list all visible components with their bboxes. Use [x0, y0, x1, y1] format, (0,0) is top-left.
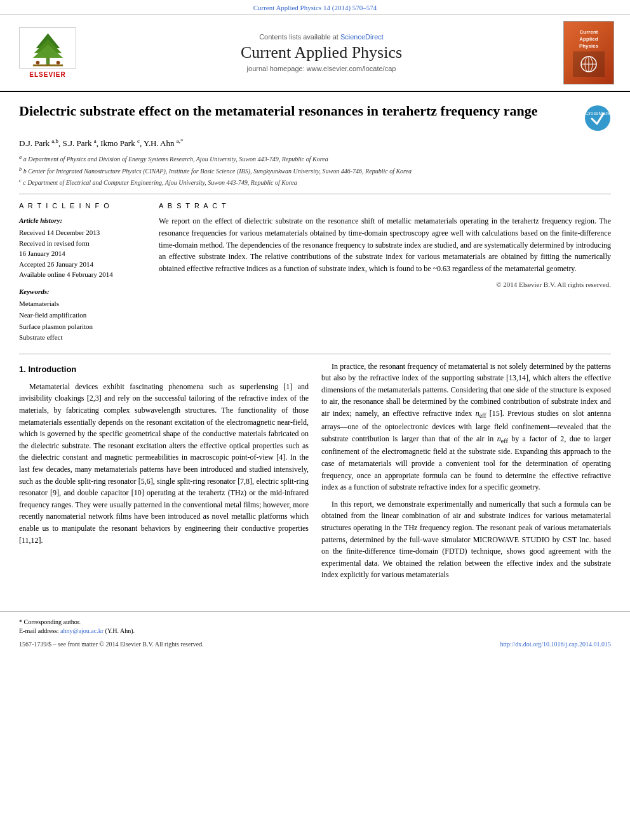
right-col: In practice, the resonant frequency of m… — [321, 361, 611, 586]
page-container: Current Applied Physics 14 (2014) 570–57… — [0, 0, 630, 654]
svg-point-12 — [585, 105, 610, 131]
elsevier-tree-box — [19, 27, 76, 69]
abstract-text: We report on the effect of dielectric su… — [159, 215, 611, 274]
journal-title-header: Current Applied Physics — [241, 43, 402, 62]
elsevier-tree-icon — [21, 29, 75, 67]
authors-line: D.J. Park a,b, S.J. Park a, Ikmo Park c,… — [19, 138, 611, 149]
keyword-2: Near-field amplification — [19, 310, 146, 321]
svg-text:CrossMark: CrossMark — [586, 110, 611, 116]
article-body: Dielectric substrate effect on the metam… — [0, 92, 630, 599]
journal-thumbnail-section: Current Applied Physics — [560, 21, 617, 84]
keyword-1: Metamaterials — [19, 298, 146, 310]
left-col: 1. Introduction Metamaterial devices exh… — [19, 361, 309, 586]
corresponding-author-note: * Corresponding author. — [19, 618, 611, 625]
svg-rect-1 — [32, 64, 62, 66]
doi-link[interactable]: http://dx.doi.org/10.1016/j.cap.2014.01.… — [500, 641, 611, 648]
journal-citation: Current Applied Physics 14 (2014) 570–57… — [253, 4, 377, 11]
keyword-4: Substrate effect — [19, 332, 146, 343]
email-link[interactable]: ahny@ajou.ac.kr — [60, 627, 104, 634]
svg-point-6 — [56, 60, 60, 64]
journal-top-bar: Current Applied Physics 14 (2014) 570–57… — [0, 0, 630, 15]
divider-2 — [19, 354, 611, 354]
keywords-label: Keywords: — [19, 286, 146, 297]
section1-number: 1. — [19, 364, 26, 374]
revised-date: 16 January 2014 — [19, 248, 146, 259]
affil-b: b b Center for Integrated Nanostructure … — [19, 166, 611, 176]
section1-heading: 1. Introduction — [19, 363, 309, 376]
journal-homepage: journal homepage: www.elsevier.com/locat… — [247, 65, 396, 72]
affil-c: c c Department of Electrical and Compute… — [19, 177, 611, 187]
abstract-col: A B S T R A C T We report on the effect … — [159, 201, 611, 343]
thumbnail-image-icon — [573, 51, 605, 77]
copyright-line: © 2014 Elsevier B.V. All rights reserved… — [159, 279, 611, 290]
keyword-3: Surface plasmon polariton — [19, 321, 146, 333]
intro-paragraph-1: Metamaterial devices exhibit fascinating… — [19, 381, 309, 546]
article-history-label: Article history: — [19, 215, 146, 226]
affil-a: a a Department of Physics and Division o… — [19, 154, 611, 164]
email-line: E-mail address: ahny@ajou.ac.kr (Y.H. Ah… — [19, 627, 611, 634]
info-abstract-section: A R T I C L E I N F O Article history: R… — [19, 201, 611, 343]
sciencedirect-link[interactable]: ScienceDirect — [340, 33, 384, 41]
revised-label: Received in revised form — [19, 238, 146, 249]
abstract-heading: A B S T R A C T — [159, 201, 611, 211]
article-info-col: A R T I C L E I N F O Article history: R… — [19, 201, 146, 343]
elsevier-label: ELSEVIER — [29, 71, 65, 78]
article-title: Dielectric substrate effect on the metam… — [19, 102, 578, 121]
crossmark-logo: CrossMark — [584, 105, 611, 131]
right-paragraph-1: In practice, the resonant frequency of m… — [321, 361, 611, 493]
bottom-bar: 1567-1739/$ – see front matter © 2014 El… — [19, 641, 611, 654]
affiliations: a a Department of Physics and Division o… — [19, 154, 611, 187]
contents-available-line: Contents lists available at ScienceDirec… — [259, 33, 384, 41]
header-center: Contents lists available at ScienceDirec… — [89, 21, 554, 84]
divider-1 — [19, 194, 611, 194]
article-info-heading: A R T I C L E I N F O — [19, 201, 146, 211]
header-area: ELSEVIER Contents lists available at Sci… — [0, 15, 630, 92]
elsevier-logo-section: ELSEVIER — [13, 21, 83, 84]
footer-area: * Corresponding author. E-mail address: … — [0, 611, 630, 654]
issn-text: 1567-1739/$ – see front matter © 2014 El… — [19, 641, 204, 648]
crossmark-icon: CrossMark — [584, 105, 611, 131]
right-paragraph-2: In this report, we demonstrate experimen… — [321, 498, 611, 581]
received-date: Received 14 December 2013 — [19, 227, 146, 238]
accepted-date: Accepted 26 January 2014 — [19, 259, 146, 270]
section1-title: Introduction — [28, 364, 76, 374]
svg-rect-0 — [46, 57, 50, 65]
available-online: Available online 4 February 2014 — [19, 269, 146, 280]
journal-thumbnail: Current Applied Physics — [563, 21, 614, 84]
main-content: 1. Introduction Metamaterial devices exh… — [19, 361, 611, 586]
article-title-section: Dielectric substrate effect on the metam… — [19, 102, 611, 131]
svg-point-5 — [36, 60, 39, 64]
